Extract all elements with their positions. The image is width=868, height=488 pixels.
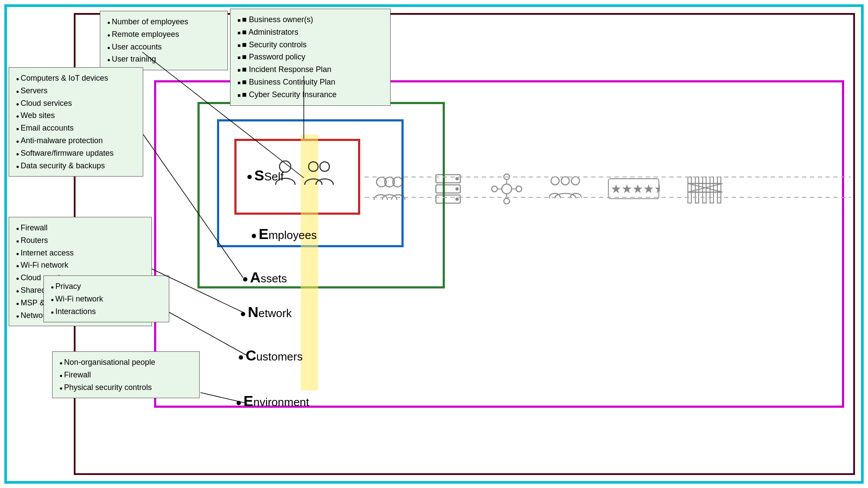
server-icon-item (432, 173, 464, 205)
fence-icon (686, 173, 725, 205)
group-icon (304, 160, 334, 188)
svg-point-2 (320, 162, 329, 171)
network-hub-icon-item (490, 173, 523, 205)
svg-rect-28 (703, 177, 706, 203)
self-label: SSelf (247, 167, 284, 184)
team-icon (373, 173, 406, 205)
employees-label: Employees (252, 226, 317, 242)
svg-point-13 (504, 174, 510, 179)
customers-label: Customers (239, 347, 302, 364)
server-icon (432, 173, 464, 205)
environment-info-box: Non-organisational peopleFirewallPhysica… (52, 351, 200, 398)
people-group-icon (549, 173, 582, 205)
svg-point-15 (504, 198, 510, 204)
icons-area: ★★★★★ (373, 156, 829, 221)
svg-text:★★★★★: ★★★★★ (611, 182, 660, 196)
svg-point-21 (551, 177, 559, 185)
people-group-icon-item (549, 173, 582, 205)
svg-point-11 (455, 197, 459, 201)
svg-point-12 (502, 184, 512, 194)
fence-icon-item (686, 173, 725, 205)
assets-label: Assets (243, 269, 287, 286)
svg-point-14 (516, 186, 522, 191)
network-label: Network (241, 304, 292, 321)
customers-info-box: PrivacyWi-Fi networkInteractions (43, 275, 169, 322)
svg-point-16 (492, 186, 497, 191)
svg-point-9 (455, 177, 459, 180)
rating-icon-item: ★★★★★ (608, 177, 660, 201)
svg-rect-26 (688, 177, 691, 203)
rating-icon: ★★★★★ (608, 177, 660, 201)
svg-rect-30 (717, 177, 721, 203)
team-icon-item (373, 173, 406, 205)
network-hub-icon (490, 173, 523, 205)
assets-info-box: Computers & IoT devicesServersCloud serv… (9, 67, 143, 177)
svg-point-23 (572, 177, 580, 185)
svg-point-1 (309, 162, 318, 171)
svg-point-10 (455, 187, 459, 190)
policies-info-box: ■ Business owner(s)■ Administrators■ Sec… (230, 9, 391, 106)
svg-point-22 (561, 177, 569, 185)
employees-info-box: Number of employeesRemote employeesUser … (100, 11, 228, 70)
environment-label: Environment (237, 393, 309, 409)
